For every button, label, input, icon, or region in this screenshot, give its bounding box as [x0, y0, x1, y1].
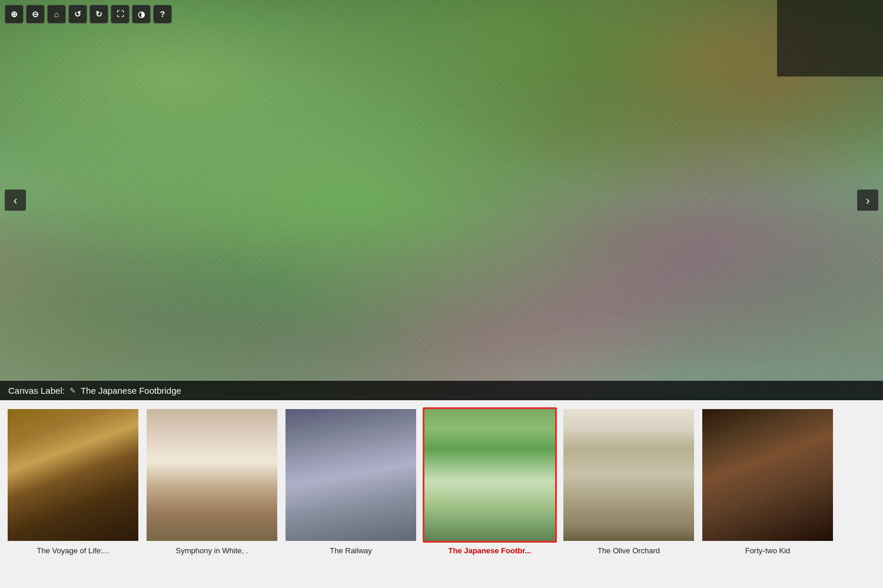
zoom-out-button[interactable]: ⊖: [26, 5, 45, 24]
thumb-image-wrap-olive: [562, 407, 696, 543]
thumbnail-voyage[interactable]: The Voyage of Life:...: [5, 407, 141, 555]
thumbnail-strip: The Voyage of Life:...Symphony in White,…: [0, 400, 883, 588]
main-painting: [0, 0, 883, 400]
edit-icon[interactable]: ✎: [69, 386, 76, 395]
thumb-image-wrap-japanese: [423, 407, 557, 543]
thumbnail-railway[interactable]: The Railway: [283, 407, 419, 555]
thumb-image-wrap-fortytwo: [701, 407, 835, 543]
thumb-image-wrap-railway: [284, 407, 418, 543]
thumb-label-japanese: The Japanese Footbr...: [449, 546, 532, 555]
painting-canvas: [0, 0, 883, 400]
zoom-in-button[interactable]: ⊕: [5, 5, 24, 24]
thumbnail-olive[interactable]: The Olive Orchard: [560, 407, 697, 555]
canvas-label-bar: Canvas Label: ✎ The Japanese Footbridge: [0, 381, 883, 400]
thumb-painting-voyage: [8, 409, 138, 541]
help-button[interactable]: ?: [153, 5, 172, 24]
corner-overlay: [777, 0, 883, 77]
thumb-painting-railway: [286, 409, 416, 541]
nav-next-button[interactable]: ›: [857, 190, 878, 211]
thumb-label-olive: The Olive Orchard: [597, 546, 660, 555]
thumb-image-wrap-voyage: [6, 407, 140, 543]
thumb-painting-olive: [563, 409, 694, 541]
thumb-painting-fortytwo: [702, 409, 833, 541]
thumb-label-symphony: Symphony in White, .: [176, 546, 248, 555]
fullscreen-button[interactable]: ⛶: [111, 5, 130, 24]
thumbnail-symphony[interactable]: Symphony in White, .: [144, 407, 280, 555]
thumb-image-wrap-symphony: [145, 407, 279, 543]
thumbnail-fortytwo[interactable]: Forty-two Kid: [699, 407, 836, 555]
canvas-title: The Japanese Footbridge: [81, 386, 181, 396]
undo-button[interactable]: ↺: [68, 5, 87, 24]
thumb-painting-symphony: [147, 409, 277, 541]
thumb-label-railway: The Railway: [330, 546, 372, 555]
main-viewer: ⊕ ⊖ ⌂ ↺ ↻ ⛶ ◑ ? ‹ › Canvas Label: ✎ The …: [0, 0, 883, 400]
thumb-label-fortytwo: Forty-two Kid: [745, 546, 791, 555]
toolbar: ⊕ ⊖ ⌂ ↺ ↻ ⛶ ◑ ?: [5, 5, 172, 24]
canvas-label-prefix: Canvas Label:: [8, 386, 65, 396]
thumb-label-voyage: The Voyage of Life:...: [37, 546, 109, 555]
home-button[interactable]: ⌂: [47, 5, 66, 24]
thumb-painting-japanese: [424, 409, 555, 541]
contrast-button[interactable]: ◑: [132, 5, 151, 24]
nav-prev-button[interactable]: ‹: [5, 190, 26, 211]
thumbnail-japanese[interactable]: The Japanese Footbr...: [421, 407, 558, 555]
redo-button[interactable]: ↻: [89, 5, 108, 24]
